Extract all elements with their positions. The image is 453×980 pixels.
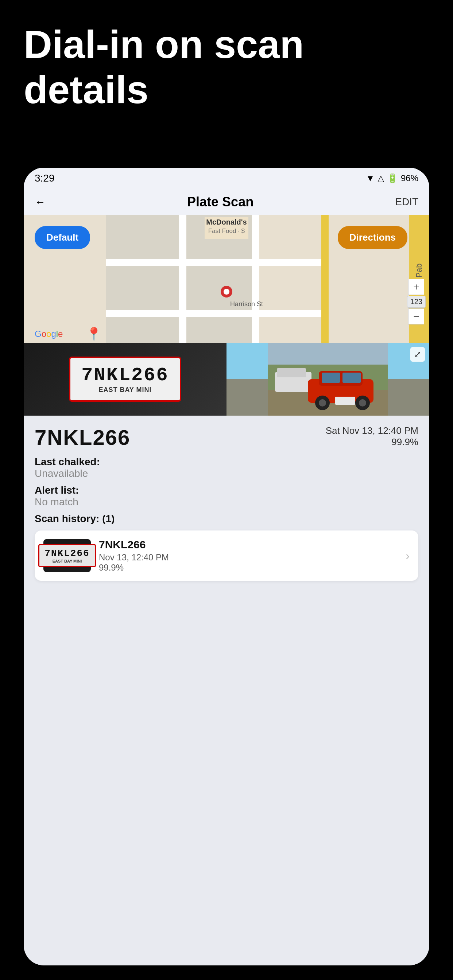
zoom-out-button[interactable]: − <box>408 309 424 325</box>
history-card[interactable]: 7NKL266 EAST BAY MINI 7NKL266 Nov 13, 12… <box>35 530 418 581</box>
battery-icon: 🔋 <box>387 173 398 183</box>
default-map-button[interactable]: Default <box>35 226 90 249</box>
svg-rect-23 <box>322 372 340 383</box>
svg-rect-24 <box>343 372 361 383</box>
car-photo[interactable]: ⤢ <box>226 343 429 415</box>
history-info: 7NKL266 Nov 13, 12:40 PM 99.9% <box>99 538 397 573</box>
history-plate-number: 7NKL266 <box>45 548 89 559</box>
last-chalked-row: Last chalked: Unavailable <box>35 456 418 479</box>
chevron-right-icon: › <box>405 549 410 563</box>
details-section: 7NKL266 Sat Nov 13, 12:40 PM 99.9% Last … <box>24 415 429 588</box>
scan-confidence: 99.9% <box>326 436 418 448</box>
expand-icon[interactable]: ⤢ <box>410 347 425 362</box>
history-confidence: 99.9% <box>99 563 397 573</box>
svg-rect-8 <box>106 310 325 317</box>
svg-rect-1 <box>106 215 179 259</box>
edit-button[interactable]: EDIT <box>395 196 418 208</box>
map-poi-label: McDonald's Fast Food · $ <box>206 218 247 235</box>
scan-history-header: Scan history: (1) <box>35 513 418 525</box>
svg-point-14 <box>223 289 230 294</box>
wifi-icon: ▼ <box>366 173 375 183</box>
alert-list-value: No match <box>35 496 78 508</box>
back-button[interactable]: ← <box>35 196 46 208</box>
svg-rect-10 <box>252 215 259 343</box>
last-chalked-value: Unavailable <box>35 468 88 479</box>
svg-point-28 <box>359 399 366 407</box>
page-title: Plate Scan <box>187 194 254 210</box>
svg-rect-7 <box>106 259 325 266</box>
map-location-icon: 📍 <box>86 327 102 342</box>
plate-number-image: 7NKL266 <box>81 364 169 386</box>
directions-button[interactable]: Directions <box>338 226 407 249</box>
phone-mockup: 3:29 ▼ △ 🔋 96% ← Plate Scan EDIT <box>24 168 429 966</box>
svg-point-26 <box>319 399 326 407</box>
svg-rect-3 <box>106 266 179 310</box>
history-date: Nov 13, 12:40 PM <box>99 552 397 563</box>
svg-rect-9 <box>179 215 187 343</box>
signal-icon: △ <box>378 173 384 183</box>
status-bar: 3:29 ▼ △ 🔋 96% <box>24 168 429 189</box>
hero-section: Dial-in on scan details <box>24 22 429 112</box>
svg-rect-29 <box>335 397 355 405</box>
map-view: Harrison St McDonald's Fast Food · $ Def… <box>24 215 429 343</box>
history-plate-image: 7NKL266 EAST BAY MINI <box>43 539 91 572</box>
status-time: 3:29 <box>35 172 55 184</box>
plate-id: 7NKL266 <box>35 425 130 450</box>
history-plate-sub: EAST BAY MINI <box>45 559 89 563</box>
scan-meta: Sat Nov 13, 12:40 PM 99.9% <box>326 425 418 448</box>
svg-rect-5 <box>106 317 179 343</box>
plate-info-row: 7NKL266 Sat Nov 13, 12:40 PM 99.9% <box>35 425 418 450</box>
alert-list-row: Alert list: No match <box>35 485 418 508</box>
last-chalked-label: Last chalked: <box>35 456 100 468</box>
scan-date: Sat Nov 13, 12:40 PM <box>326 425 418 436</box>
svg-rect-20 <box>277 368 306 377</box>
hero-title: Dial-in on scan details <box>24 22 429 112</box>
battery-level: 96% <box>401 173 418 183</box>
zoom-badge: 123 <box>407 296 426 308</box>
plate-photo[interactable]: 7NKL266 EAST BAY MINI <box>24 343 226 415</box>
history-id: 7NKL266 <box>99 538 397 551</box>
google-logo: Google <box>35 329 63 339</box>
nav-bar: ← Plate Scan EDIT <box>24 189 429 215</box>
plate-sub-image: EAST BAY MINI <box>81 386 169 394</box>
alert-list-label: Alert list: <box>35 485 79 496</box>
map-zoom-controls: + 123 − <box>407 279 426 325</box>
status-icons: ▼ △ 🔋 96% <box>366 173 418 183</box>
svg-rect-6 <box>187 317 252 343</box>
svg-text:Harrison St: Harrison St <box>230 301 263 308</box>
svg-rect-11 <box>321 215 329 343</box>
photos-row: 7NKL266 EAST BAY MINI <box>24 343 429 415</box>
zoom-in-button[interactable]: + <box>408 279 424 295</box>
